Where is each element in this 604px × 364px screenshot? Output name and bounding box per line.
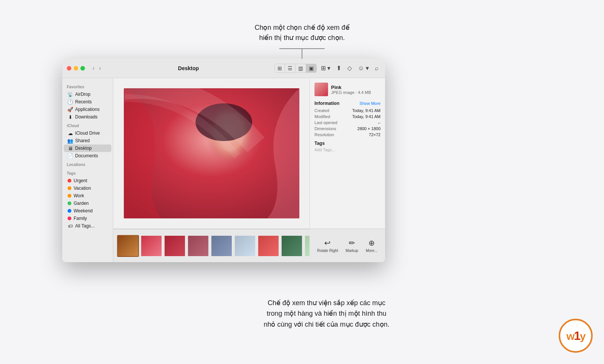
shared-icon: 👥 [68,138,73,143]
image-preview-inner [124,88,299,218]
traffic-light-green[interactable] [80,66,85,71]
rotate-right-icon: ↩ [324,238,331,247]
tag-btn[interactable]: ◇ [345,63,354,73]
sidebar-item-shared[interactable]: 👥 Shared [64,137,111,144]
markup-action[interactable]: ✏ Markup [346,238,358,253]
sidebar-item-icloud-drive[interactable]: ☁ iCloud Drive [64,129,111,137]
family-dot-icon [68,217,71,220]
finder-window: ‹ › Desktop ⊞ ☰ ▥ ▣ ⊞ ▾ ⬆ ◇ ☺ ▾ ⌕ [62,58,385,262]
sidebar-label-documents: Documents [75,153,98,158]
sidebar-label-downloads: Downloads [75,114,97,120]
view-list-btn[interactable]: ☰ [285,64,296,72]
traffic-light-red[interactable] [67,66,71,71]
show-more-btn[interactable]: Show More [359,101,381,106]
sidebar: Favorites 📡 AirDrop 🕐 Recents 🚀 Applicat… [62,78,113,262]
logo-badge: w1y [559,319,593,353]
urgent-dot-icon [68,179,71,183]
sidebar-item-documents[interactable]: 📄 Documents [64,152,111,160]
tags-section: Tags Add Tags... [314,141,381,152]
sidebar-label-urgent: Urgent [74,178,87,183]
sidebar-label-weekend: Weekend [74,208,92,213]
info-row-dimensions: Dimensions 2800 × 1800 [314,126,381,131]
info-filetype: JPEG image · 4.4 MB [331,90,371,95]
sidebar-item-all-tags[interactable]: 🏷 All Tags... [64,222,111,230]
rotate-right-label: Rotate Right [317,249,338,253]
dimensions-label: Dimensions [314,126,336,131]
sidebar-label-garden: Garden [74,201,89,206]
title-bar: ‹ › Desktop ⊞ ☰ ▥ ▣ ⊞ ▾ ⬆ ◇ ☺ ▾ ⌕ [62,58,385,78]
view-icon-btn[interactable]: ⊞ [275,64,285,72]
main-content: Pink JPEG image · 4.4 MB Information Sho… [113,78,385,262]
info-row-modified: Modified Today, 9:41 AM [314,114,381,119]
nav-arrows: ‹ › [91,64,103,72]
back-button[interactable]: ‹ [91,64,96,72]
sidebar-item-desktop[interactable]: 🖥 Desktop [64,144,111,152]
search-btn[interactable]: ⌕ [373,64,381,73]
more-action[interactable]: ⊕ More... [366,238,378,253]
preview-area: Pink JPEG image · 4.4 MB Information Sho… [113,78,385,229]
sidebar-item-work[interactable]: Work [64,192,111,200]
info-panel: Pink JPEG image · 4.4 MB Information Sho… [310,78,385,229]
markup-label: Markup [346,249,358,253]
tags-label: Tags [62,168,113,177]
logo-text: w1y [566,329,585,343]
sidebar-item-recents[interactable]: 🕐 Recents [64,98,111,106]
view-btn-group: ⊞ ☰ ▥ ▣ [274,64,317,73]
filmstrip-thumb-1[interactable] [140,235,162,257]
desktop-icon: 🖥 [68,146,73,151]
forward-button[interactable]: › [97,64,102,72]
icloud-label: iCloud [62,121,113,129]
sidebar-item-family[interactable]: Family [64,215,111,222]
sidebar-item-airdrop[interactable]: 📡 AirDrop [64,91,111,98]
work-dot-icon [68,194,71,198]
sidebar-label-shared: Shared [75,138,90,143]
info-thumbnail [314,83,328,96]
filmstrip-thumb-2[interactable] [164,235,186,257]
modified-label: Modified [314,114,330,119]
information-label: Information [314,101,339,106]
filmstrip-toolbar: ↩ Rotate Right ✏ Markup ⊕ More... [310,229,385,262]
airdrop-icon: 📡 [68,92,73,97]
favorites-label: Favorites [62,82,113,91]
icloud-drive-icon: ☁ [68,131,73,136]
information-section: Information Show More [314,101,381,106]
traffic-light-yellow[interactable] [74,66,78,71]
annotation-bottom-line2: trong một hàng và hiển thị một hình thu [267,310,386,317]
filmstrip-thumb-7[interactable] [281,235,303,257]
filmstrip-thumb-5[interactable] [234,235,256,257]
rotate-right-action[interactable]: ↩ Rotate Right [317,238,338,253]
documents-icon: 📄 [68,153,73,158]
sidebar-item-weekend[interactable]: Weekend [64,207,111,215]
applications-icon: 🚀 [68,107,73,112]
toolbar-icons: ⊞ ☰ ▥ ▣ ⊞ ▾ ⬆ ◇ ☺ ▾ ⌕ [274,63,381,73]
filmstrip-thumb-3[interactable] [187,235,209,257]
filmstrip-thumb-8[interactable] [304,235,310,257]
info-row-last-opened: Last opened -- [314,120,381,125]
more-btn[interactable]: ☺ ▾ [356,63,371,73]
dimensions-value: 2800 × 1800 [357,126,381,131]
sidebar-item-applications[interactable]: 🚀 Applications [64,106,111,113]
sidebar-item-urgent[interactable]: Urgent [64,177,111,184]
group-btn[interactable]: ⊞ ▾ [319,63,332,73]
preview-svg [124,88,299,218]
annotation-bottom: Chế độ xem thư viện sắp xếp các mục tron… [245,298,408,330]
sidebar-item-garden[interactable]: Garden [64,200,111,207]
sidebar-label-icloud-drive: iCloud Drive [75,131,100,136]
add-tags[interactable]: Add Tags... [314,147,381,152]
info-row-created: Created Today, 9:41 AM [314,108,381,113]
info-file-meta: Pink JPEG image · 4.4 MB [331,84,371,95]
sidebar-item-vacation[interactable]: Vacation [64,184,111,192]
image-preview-container [113,78,310,229]
view-gallery-btn[interactable]: ▣ [306,64,316,72]
filmstrip-thumb-6[interactable] [257,235,279,257]
traffic-lights [67,66,85,71]
annotation-line2: hiển thị thư mục được chọn. [254,33,349,43]
more-icon: ⊕ [368,238,375,247]
sidebar-label-desktop: Desktop [75,146,92,151]
sidebar-item-downloads[interactable]: ⬇ Downloads [64,113,111,121]
view-column-btn[interactable]: ▥ [296,64,306,72]
filmstrip-thumb-0[interactable] [117,235,139,257]
info-file-header: Pink JPEG image · 4.4 MB [314,83,381,96]
share-btn[interactable]: ⬆ [334,63,343,73]
filmstrip-thumb-4[interactable] [211,235,233,257]
